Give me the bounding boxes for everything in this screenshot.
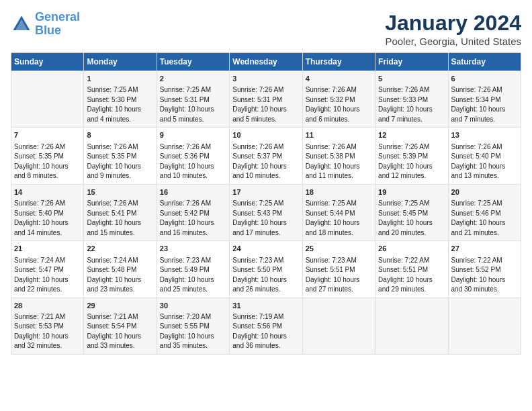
calendar-cell: 9Sunrise: 7:26 AM Sunset: 5:36 PM Daylig… (157, 128, 229, 184)
calendar-cell: 1Sunrise: 7:25 AM Sunset: 5:30 PM Daylig… (84, 71, 157, 128)
calendar-cell (302, 298, 375, 354)
calendar-cell: 22Sunrise: 7:24 AM Sunset: 5:48 PM Dayli… (84, 241, 157, 298)
day-info: Sunrise: 7:25 AM Sunset: 5:43 PM Dayligh… (232, 199, 299, 238)
day-info: Sunrise: 7:26 AM Sunset: 5:41 PM Dayligh… (87, 199, 153, 238)
day-info: Sunrise: 7:21 AM Sunset: 5:53 PM Dayligh… (14, 312, 81, 351)
day-info: Sunrise: 7:23 AM Sunset: 5:51 PM Dayligh… (306, 256, 372, 295)
day-number: 16 (160, 187, 226, 197)
day-info: Sunrise: 7:26 AM Sunset: 5:37 PM Dayligh… (232, 142, 299, 181)
day-info: Sunrise: 7:26 AM Sunset: 5:40 PM Dayligh… (14, 199, 81, 238)
weekday-header-friday: Friday (375, 53, 448, 71)
calendar-cell: 30Sunrise: 7:20 AM Sunset: 5:55 PM Dayli… (157, 298, 229, 354)
logo-icon (11, 13, 32, 35)
day-info: Sunrise: 7:26 AM Sunset: 5:31 PM Dayligh… (232, 85, 299, 124)
day-info: Sunrise: 7:26 AM Sunset: 5:39 PM Dayligh… (378, 142, 445, 181)
calendar-cell: 13Sunrise: 7:26 AM Sunset: 5:40 PM Dayli… (448, 128, 521, 184)
calendar-cell: 7Sunrise: 7:26 AM Sunset: 5:35 PM Daylig… (11, 128, 84, 184)
calendar-cell: 18Sunrise: 7:25 AM Sunset: 5:44 PM Dayli… (302, 184, 375, 240)
calendar-row-3: 14Sunrise: 7:26 AM Sunset: 5:40 PM Dayli… (11, 184, 521, 240)
calendar-cell: 5Sunrise: 7:26 AM Sunset: 5:33 PM Daylig… (375, 71, 448, 128)
day-number: 28 (14, 301, 81, 311)
day-info: Sunrise: 7:26 AM Sunset: 5:34 PM Dayligh… (451, 85, 518, 124)
weekday-header-monday: Monday (84, 53, 157, 71)
day-info: Sunrise: 7:25 AM Sunset: 5:30 PM Dayligh… (87, 85, 153, 124)
day-info: Sunrise: 7:21 AM Sunset: 5:54 PM Dayligh… (87, 312, 153, 351)
day-number: 11 (306, 130, 372, 140)
calendar-table: SundayMondayTuesdayWednesdayThursdayFrid… (11, 52, 521, 355)
day-number: 31 (232, 301, 299, 311)
title-block: January 2024 Pooler, Georgia, United Sta… (385, 11, 521, 47)
logo: General Blue (11, 11, 80, 38)
calendar-cell: 14Sunrise: 7:26 AM Sunset: 5:40 PM Dayli… (11, 184, 84, 240)
calendar-cell (11, 71, 84, 128)
calendar-cell: 19Sunrise: 7:25 AM Sunset: 5:45 PM Dayli… (375, 184, 448, 240)
day-number: 23 (160, 244, 226, 254)
calendar-row-5: 28Sunrise: 7:21 AM Sunset: 5:53 PM Dayli… (11, 298, 521, 354)
day-info: Sunrise: 7:22 AM Sunset: 5:51 PM Dayligh… (378, 256, 445, 295)
page-header: General Blue January 2024 Pooler, Georgi… (11, 11, 521, 47)
day-number: 4 (306, 74, 372, 84)
day-info: Sunrise: 7:22 AM Sunset: 5:52 PM Dayligh… (451, 256, 518, 295)
calendar-cell: 2Sunrise: 7:25 AM Sunset: 5:31 PM Daylig… (157, 71, 229, 128)
day-number: 19 (378, 187, 445, 197)
day-info: Sunrise: 7:26 AM Sunset: 5:32 PM Dayligh… (306, 85, 372, 124)
day-number: 10 (232, 130, 299, 140)
day-info: Sunrise: 7:23 AM Sunset: 5:50 PM Dayligh… (232, 256, 299, 295)
calendar-cell: 6Sunrise: 7:26 AM Sunset: 5:34 PM Daylig… (448, 71, 521, 128)
logo-blue: Blue (35, 24, 61, 37)
weekday-header-thursday: Thursday (302, 53, 375, 71)
day-number: 3 (232, 74, 299, 84)
day-info: Sunrise: 7:26 AM Sunset: 5:40 PM Dayligh… (451, 142, 518, 181)
page-subtitle: Pooler, Georgia, United States (385, 36, 521, 47)
calendar-cell: 10Sunrise: 7:26 AM Sunset: 5:37 PM Dayli… (230, 128, 302, 184)
day-info: Sunrise: 7:25 AM Sunset: 5:44 PM Dayligh… (306, 199, 372, 238)
day-info: Sunrise: 7:26 AM Sunset: 5:35 PM Dayligh… (87, 142, 153, 181)
calendar-cell: 3Sunrise: 7:26 AM Sunset: 5:31 PM Daylig… (230, 71, 302, 128)
calendar-cell: 23Sunrise: 7:23 AM Sunset: 5:49 PM Dayli… (157, 241, 229, 298)
calendar-cell: 15Sunrise: 7:26 AM Sunset: 5:41 PM Dayli… (84, 184, 157, 240)
calendar-cell: 12Sunrise: 7:26 AM Sunset: 5:39 PM Dayli… (375, 128, 448, 184)
day-info: Sunrise: 7:26 AM Sunset: 5:42 PM Dayligh… (160, 199, 226, 238)
weekday-header-saturday: Saturday (448, 53, 521, 71)
calendar-cell: 11Sunrise: 7:26 AM Sunset: 5:38 PM Dayli… (302, 128, 375, 184)
day-number: 21 (14, 244, 81, 254)
day-number: 13 (451, 130, 518, 140)
day-number: 6 (451, 74, 518, 84)
day-info: Sunrise: 7:25 AM Sunset: 5:31 PM Dayligh… (160, 85, 226, 124)
day-number: 2 (160, 74, 226, 84)
calendar-cell: 26Sunrise: 7:22 AM Sunset: 5:51 PM Dayli… (375, 241, 448, 298)
day-info: Sunrise: 7:25 AM Sunset: 5:46 PM Dayligh… (451, 199, 518, 238)
calendar-cell: 21Sunrise: 7:24 AM Sunset: 5:47 PM Dayli… (11, 241, 84, 298)
calendar-row-1: 1Sunrise: 7:25 AM Sunset: 5:30 PM Daylig… (11, 71, 521, 128)
calendar-cell: 31Sunrise: 7:19 AM Sunset: 5:56 PM Dayli… (230, 298, 302, 354)
weekday-header-wednesday: Wednesday (230, 53, 302, 71)
day-number: 25 (306, 244, 372, 254)
logo-general: General (35, 10, 80, 24)
page-title: January 2024 (385, 11, 521, 36)
day-number: 18 (306, 187, 372, 197)
day-number: 30 (160, 301, 226, 311)
calendar-cell: 20Sunrise: 7:25 AM Sunset: 5:46 PM Dayli… (448, 184, 521, 240)
day-info: Sunrise: 7:26 AM Sunset: 5:33 PM Dayligh… (378, 85, 445, 124)
calendar-cell: 27Sunrise: 7:22 AM Sunset: 5:52 PM Dayli… (448, 241, 521, 298)
day-number: 14 (14, 187, 81, 197)
day-number: 26 (378, 244, 445, 254)
day-number: 1 (87, 74, 153, 84)
calendar-cell: 16Sunrise: 7:26 AM Sunset: 5:42 PM Dayli… (157, 184, 229, 240)
day-number: 5 (378, 74, 445, 84)
day-number: 29 (87, 301, 153, 311)
calendar-cell: 17Sunrise: 7:25 AM Sunset: 5:43 PM Dayli… (230, 184, 302, 240)
day-info: Sunrise: 7:19 AM Sunset: 5:56 PM Dayligh… (232, 312, 299, 351)
calendar-row-2: 7Sunrise: 7:26 AM Sunset: 5:35 PM Daylig… (11, 128, 521, 184)
calendar-cell: 29Sunrise: 7:21 AM Sunset: 5:54 PM Dayli… (84, 298, 157, 354)
logo-text: General Blue (35, 11, 80, 38)
day-number: 7 (14, 130, 81, 140)
day-info: Sunrise: 7:26 AM Sunset: 5:36 PM Dayligh… (160, 142, 226, 181)
day-info: Sunrise: 7:24 AM Sunset: 5:47 PM Dayligh… (14, 256, 81, 295)
weekday-header-sunday: Sunday (11, 53, 84, 71)
day-number: 12 (378, 130, 445, 140)
weekday-header-row: SundayMondayTuesdayWednesdayThursdayFrid… (11, 53, 521, 71)
day-number: 24 (232, 244, 299, 254)
day-number: 27 (451, 244, 518, 254)
calendar-cell (448, 298, 521, 354)
